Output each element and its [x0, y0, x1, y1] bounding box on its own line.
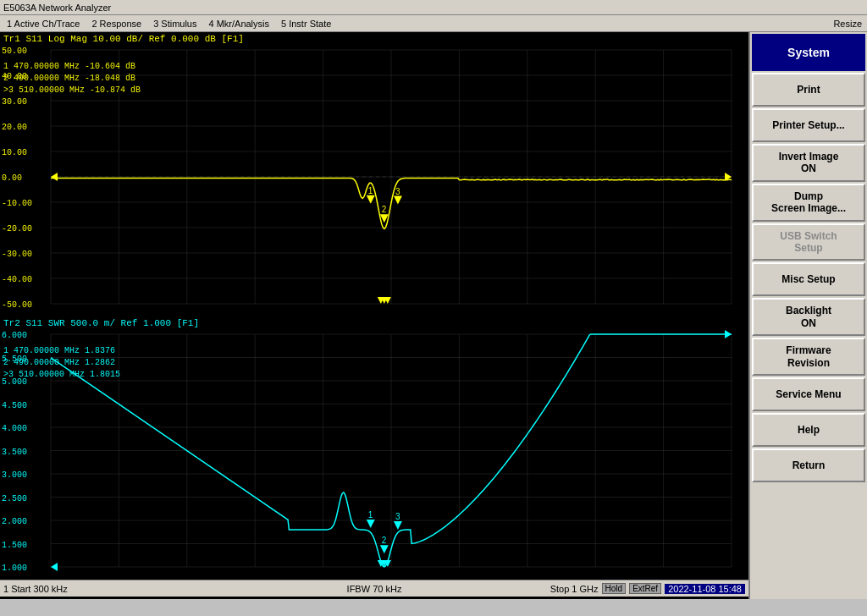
- dump-screen-button[interactable]: Dump Screen Image...: [752, 184, 865, 222]
- service-menu-button[interactable]: Service Menu: [752, 377, 865, 411]
- chart2-canvas: [0, 330, 748, 580]
- return-button[interactable]: Return: [752, 448, 865, 482]
- chart-area: Tr1 S11 Log Mag 10.00 dB/ Ref 0.000 dB […: [0, 32, 748, 599]
- status-bar: 1 Start 300 kHz IFBW 70 kHz Stop 1 GHz H…: [0, 580, 748, 597]
- sidebar-title: System: [752, 34, 865, 71]
- resize-button[interactable]: Resize: [833, 19, 865, 29]
- main-area: Tr1 S11 Log Mag 10.00 dB/ Ref 0.000 dB […: [0, 32, 867, 599]
- status-stop: Stop 1 GHz: [550, 584, 599, 594]
- help-button[interactable]: Help: [752, 413, 865, 447]
- chart2-wrapper: 1 470.00000 MHz 1.8376 2 490.00000 MHz 1…: [0, 330, 748, 580]
- app-title: E5063A Network Analyzer: [3, 3, 111, 13]
- misc-setup-button[interactable]: Misc Setup: [752, 262, 865, 296]
- status-right: Stop 1 GHz Hold ExtRef 2022-11-08 15:48: [498, 583, 745, 594]
- chart1-canvas: [0, 46, 748, 316]
- title-bar: E5063A Network Analyzer: [0, 0, 867, 15]
- menu-mkr-analysis[interactable]: 4 Mkr/Analysis: [203, 18, 274, 30]
- menu-active-ch[interactable]: 1 Active Ch/Trace: [2, 18, 85, 30]
- menu-stimulus[interactable]: 3 Stimulus: [148, 18, 202, 30]
- usb-switch-button: USB Switch Setup: [752, 223, 865, 261]
- trace1-header: Tr1 S11 Log Mag 10.00 dB/ Ref 0.000 dB […: [0, 32, 748, 46]
- hold-button[interactable]: Hold: [602, 583, 627, 594]
- backlight-button[interactable]: Backlight ON: [752, 298, 865, 336]
- menu-bar: 1 Active Ch/Trace 2 Response 3 Stimulus …: [0, 15, 867, 32]
- invert-image-button[interactable]: Invert Image ON: [752, 144, 865, 182]
- status-ifbw: IFBW 70 kHz: [251, 584, 498, 594]
- menu-instr-state[interactable]: 5 Instr State: [276, 18, 336, 30]
- status-time: 2022-11-08 15:48: [665, 584, 745, 594]
- firmware-revision-button[interactable]: Firmware Revision: [752, 338, 865, 376]
- print-button[interactable]: Print: [752, 73, 865, 107]
- menu-response[interactable]: 2 Response: [86, 18, 146, 30]
- trace2-header: Tr2 S11 SWR 500.0 m/ Ref 1.000 [F1]: [0, 316, 748, 330]
- sidebar: System Print Printer Setup... Invert Ima…: [748, 32, 867, 599]
- status-start: 1 Start 300 kHz: [3, 584, 251, 594]
- extref-button[interactable]: ExtRef: [629, 583, 661, 594]
- printer-setup-button[interactable]: Printer Setup...: [752, 108, 865, 142]
- chart1-wrapper: 1 470.00000 MHz -10.604 dB 2 490.00000 M…: [0, 46, 748, 316]
